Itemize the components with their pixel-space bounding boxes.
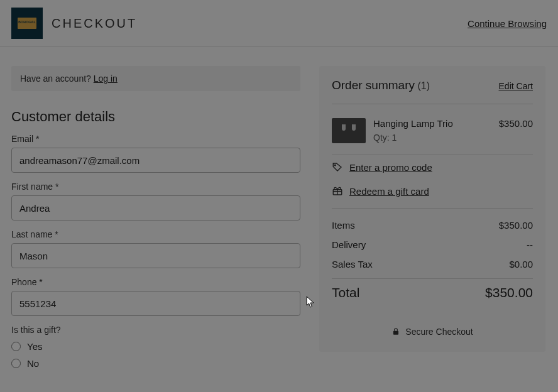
tax-value: $0.00 xyxy=(509,259,533,270)
grand-total-line: Total $350.00 xyxy=(332,285,533,300)
summary-count: (1) xyxy=(417,80,430,91)
secure-checkout: Secure Checkout xyxy=(332,327,533,337)
email-label: Email * xyxy=(11,134,300,144)
header: CHECKOUT Continue Browsing xyxy=(0,0,558,47)
continue-browsing-link[interactable]: Continue Browsing xyxy=(468,18,547,29)
left-column: Have an account? Log in Customer details… xyxy=(11,66,300,375)
summary-title: Order summary xyxy=(332,79,415,92)
gift-question-label: Is this a gift? xyxy=(11,325,300,335)
item-price: $350.00 xyxy=(499,118,533,143)
line-item: Hanging Lamp Trio Qty: 1 $350.00 xyxy=(332,104,533,155)
lock-icon xyxy=(391,327,400,336)
items-line: Items $350.00 xyxy=(332,220,533,231)
delivery-line: Delivery -- xyxy=(332,239,533,250)
email-field-wrap: Email * xyxy=(11,134,300,173)
gift-card-link[interactable]: Redeem a gift card xyxy=(349,186,429,197)
last-name-label: Last name * xyxy=(11,229,300,239)
gift-yes-row[interactable]: Yes xyxy=(11,341,300,352)
items-label: Items xyxy=(332,220,355,231)
gift-no-label: No xyxy=(27,358,39,369)
gift-yes-radio[interactable] xyxy=(11,342,21,351)
secure-checkout-text: Secure Checkout xyxy=(405,327,473,337)
item-name: Hanging Lamp Trio xyxy=(373,118,491,129)
account-prompt-text: Have an account? xyxy=(20,74,94,84)
main: Have an account? Log in Customer details… xyxy=(0,47,558,375)
gift-no-radio[interactable] xyxy=(11,359,21,368)
account-prompt: Have an account? Log in xyxy=(11,66,300,91)
phone-label: Phone * xyxy=(11,277,300,287)
divider xyxy=(332,278,533,279)
promo-row: Enter a promo code xyxy=(332,155,533,179)
gift-card-row: Redeem a gift card xyxy=(332,179,533,203)
svg-rect-2 xyxy=(393,331,398,335)
customer-details-heading: Customer details xyxy=(11,109,300,125)
svg-point-0 xyxy=(334,165,336,166)
first-name-field-wrap: First name * xyxy=(11,182,300,220)
items-value: $350.00 xyxy=(499,220,533,231)
item-info: Hanging Lamp Trio Qty: 1 xyxy=(373,118,491,143)
gift-icon xyxy=(332,185,343,197)
total-value: $350.00 xyxy=(485,285,533,300)
phone-field[interactable] xyxy=(11,291,300,316)
totals: Items $350.00 Delivery -- Sales Tax $0.0… xyxy=(332,209,533,314)
edit-cart-link[interactable]: Edit Cart xyxy=(499,81,533,91)
promo-code-link[interactable]: Enter a promo code xyxy=(349,162,432,173)
tag-icon xyxy=(332,161,343,173)
tax-line: Sales Tax $0.00 xyxy=(332,259,533,270)
item-qty: Qty: 1 xyxy=(373,133,491,143)
tax-label: Sales Tax xyxy=(332,259,373,270)
last-name-field[interactable] xyxy=(11,243,300,268)
header-left: CHECKOUT xyxy=(11,8,137,39)
brand-logo xyxy=(11,8,43,39)
gift-yes-label: Yes xyxy=(27,341,42,352)
delivery-label: Delivery xyxy=(332,239,366,250)
email-field[interactable] xyxy=(11,148,300,173)
last-name-field-wrap: Last name * xyxy=(11,229,300,268)
total-label: Total xyxy=(332,285,359,300)
phone-field-wrap: Phone * xyxy=(11,277,300,316)
login-link[interactable]: Log in xyxy=(94,74,118,84)
delivery-value: -- xyxy=(527,239,533,250)
page-title: CHECKOUT xyxy=(52,16,137,31)
item-thumbnail xyxy=(332,118,366,143)
first-name-label: First name * xyxy=(11,182,300,192)
first-name-field[interactable] xyxy=(11,195,300,220)
order-summary-panel: Order summary (1) Edit Cart Hanging Lamp… xyxy=(319,66,545,352)
summary-header: Order summary (1) Edit Cart xyxy=(332,79,533,92)
gift-no-row[interactable]: No xyxy=(11,358,300,369)
